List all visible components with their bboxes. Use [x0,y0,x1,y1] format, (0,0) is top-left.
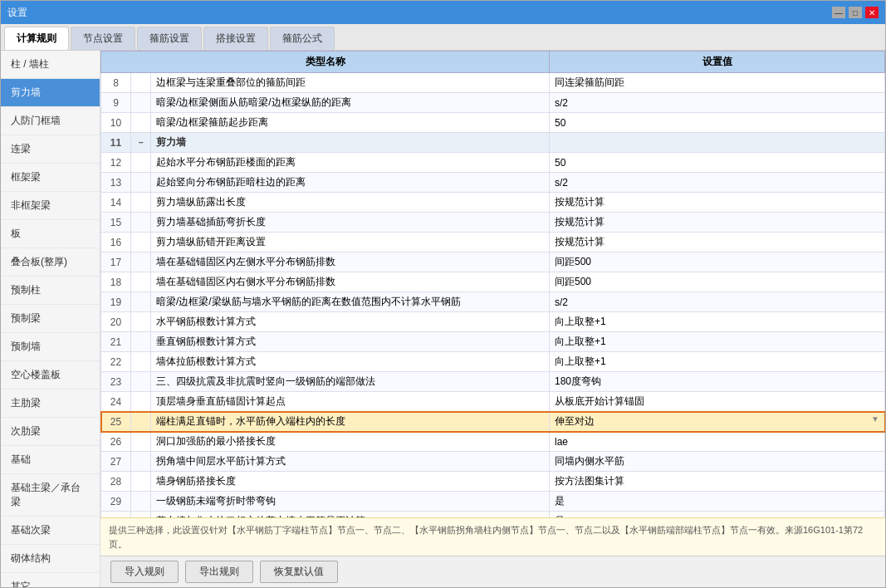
table-row[interactable]: 18墙在基础锚固区内右侧水平分布钢筋排数间距500 [101,272,885,292]
row-name: 暗梁/边框梁箍筋起步距离 [151,113,550,133]
row-number: 29 [101,492,131,512]
tab-node[interactable]: 节点设置 [71,27,135,50]
table-row[interactable]: 13起始竖向分布钢筋距暗柱边的距离s/2 [101,173,885,193]
row-number: 19 [101,292,131,312]
row-number: 8 [101,73,131,93]
row-name: 洞口加强筋的最小搭接长度 [151,432,550,452]
table-row[interactable]: 14剪力墙纵筋露出长度按规范计算 [101,193,885,213]
sidebar-item-frame[interactable]: 框架梁 [1,164,100,192]
minimize-button[interactable]: — [832,7,845,18]
row-expand [131,352,151,372]
sidebar-item-foundbeam[interactable]: 基础主梁／承台梁 [1,474,100,517]
sidebar-item-hollow[interactable]: 空心楼盖板 [1,361,100,390]
sidebar-item-beam[interactable]: 连梁 [1,135,100,164]
table-row[interactable]: 17墙在基础锚固区内左侧水平分布钢筋排数间距500 [101,252,885,272]
row-value[interactable]: 伸至对边▼ [550,412,885,432]
expand-icon[interactable]: － [136,137,145,147]
table-row[interactable]: 24顶层墙身垂直筋锚固计算起点从板底开始计算锚固 [101,392,885,412]
row-value: 180度弯钩 [550,372,885,392]
tab-formula[interactable]: 箍筋公式 [270,27,335,50]
import-button[interactable]: 导入规则 [110,561,179,583]
table-row[interactable]: 30剪力墙与集水坑口相交处剪力墙水平筋是否计算是 [101,512,885,518]
sidebar-item-prebeam[interactable]: 预制梁 [1,305,100,333]
row-name: 剪力墙纵筋错开距离设置 [151,233,550,252]
row-number: 13 [101,173,131,193]
row-number: 14 [101,193,131,213]
table-row[interactable]: 23三、四级抗震及非抗震时竖向一级钢筋的端部做法180度弯钩 [101,372,885,392]
row-value: 向上取整+1 [550,312,885,332]
row-number: 22 [101,352,131,372]
table-row[interactable]: 9暗梁/边框梁侧面从筋暗梁/边框梁纵筋的距离s/2 [101,93,885,113]
tab-calc[interactable]: 计算规则 [4,27,69,50]
sidebar-item-other[interactable]: 其它 [1,573,100,587]
table-row[interactable]: 21垂直钢筋根数计算方式向上取整+1 [101,332,885,352]
table-row[interactable]: 11－剪力墙 [101,133,885,153]
sidebar-item-nonframe[interactable]: 非框架梁 [1,192,100,220]
sidebar-item-precolumn[interactable]: 预制柱 [1,277,100,305]
row-name: 拐角墙中间层水平筋计算方式 [151,452,550,472]
row-expand [131,213,151,233]
row-number: 23 [101,372,131,392]
sidebar-item-civil[interactable]: 人防门框墙 [1,107,100,135]
table-container[interactable]: 类型名称 设置值 8边框梁与连梁重叠部位的箍筋间距同连梁箍筋间距9暗梁/边框梁侧… [100,51,885,517]
sidebar-item-prewall[interactable]: 预制墙 [1,333,100,361]
row-value: 向上取整+1 [550,352,885,372]
row-name: 端柱满足直锚时，水平筋伸入端柱内的长度 [151,412,550,432]
row-value [550,133,885,153]
row-expand [131,332,151,352]
sidebar-item-shear[interactable]: 剪力墙 [1,79,100,107]
row-value: 50 [550,113,885,133]
table-row[interactable]: 27拐角墙中间层水平筋计算方式同墙内侧水平筋 [101,452,885,472]
row-expand[interactable]: － [131,133,151,153]
row-value: 按规范计算 [550,213,885,233]
table-row[interactable]: 29一级钢筋未端弯折时带弯钩是 [101,492,885,512]
tab-stirrup[interactable]: 箍筋设置 [137,27,202,50]
row-name: 剪力墙纵筋露出长度 [151,193,550,213]
sidebar-item-column[interactable]: 柱 / 墙柱 [1,51,100,79]
table-row[interactable]: 15剪力墙基础插筋弯折长度按规范计算 [101,213,885,233]
sidebar-item-mainrib[interactable]: 主肋梁 [1,390,100,418]
table-row[interactable]: 22墙体拉筋根数计算方式向上取整+1 [101,352,885,372]
sidebar-item-slab[interactable]: 板 [1,220,100,248]
maximize-button[interactable]: □ [849,7,862,18]
tab-splice[interactable]: 搭接设置 [203,27,268,50]
table-row[interactable]: 20水平钢筋根数计算方式向上取整+1 [101,312,885,332]
sidebar-item-foundsub[interactable]: 基础次梁 [1,517,100,545]
row-expand [131,452,151,472]
sidebar-item-masonry[interactable]: 砌体结构 [1,545,100,573]
sidebar-item-foundation[interactable]: 基础 [1,446,100,474]
row-name: 一级钢筋未端弯折时带弯钩 [151,492,550,512]
table-row[interactable]: 28墙身钢筋搭接长度按方法图集计算 [101,472,885,492]
table-row[interactable]: 8边框梁与连梁重叠部位的箍筋间距同连梁箍筋间距 [101,73,885,93]
window-title: 设置 [7,6,27,20]
sidebar-item-secrib[interactable]: 次肋梁 [1,418,100,446]
row-number: 24 [101,392,131,412]
row-expand [131,432,151,452]
restore-button[interactable]: 恢复默认值 [260,561,338,583]
col-header-name: 类型名称 [101,51,550,73]
close-button[interactable]: ✕ [865,7,879,18]
sidebar: 柱 / 墙柱 剪力墙 人防门框墙 连梁 框架梁 非框架梁 板 叠合板(整厚) 预… [1,51,100,587]
table-row[interactable]: 10暗梁/边框梁箍筋起步距离50 [101,113,885,133]
row-number: 12 [101,153,131,173]
export-button[interactable]: 导出规则 [185,561,253,583]
title-bar-controls: — □ ✕ [832,7,879,18]
row-name: 起始竖向分布钢筋距暗柱边的距离 [151,173,550,193]
bottom-bar: 导入规则 导出规则 恢复默认值 [100,556,885,587]
row-name: 墙体拉筋根数计算方式 [151,352,550,372]
dropdown-arrow-icon[interactable]: ▼ [871,414,879,424]
row-name: 顶层墙身垂直筋锚固计算起点 [151,392,550,412]
col-header-value: 设置值 [550,51,885,73]
table-row[interactable]: 26洞口加强筋的最小搭接长度lae [101,432,885,452]
row-number: 9 [101,93,131,113]
row-expand [131,392,151,412]
row-value: 是 [550,512,885,518]
row-expand [131,292,151,312]
table-row[interactable]: 25端柱满足直锚时，水平筋伸入端柱内的长度伸至对边▼ [101,412,885,432]
table-row[interactable]: 12起始水平分布钢筋距楼面的距离50 [101,153,885,173]
table-row[interactable]: 16剪力墙纵筋错开距离设置按规范计算 [101,233,885,252]
content-area: 柱 / 墙柱 剪力墙 人防门框墙 连梁 框架梁 非框架梁 板 叠合板(整厚) 预… [1,51,885,587]
table-row[interactable]: 19暗梁/边框梁/梁纵筋与墙水平钢筋的距离在数值范围内不计算水平钢筋s/2 [101,292,885,312]
sidebar-item-laminated[interactable]: 叠合板(整厚) [1,248,100,277]
row-value: s/2 [550,173,885,193]
